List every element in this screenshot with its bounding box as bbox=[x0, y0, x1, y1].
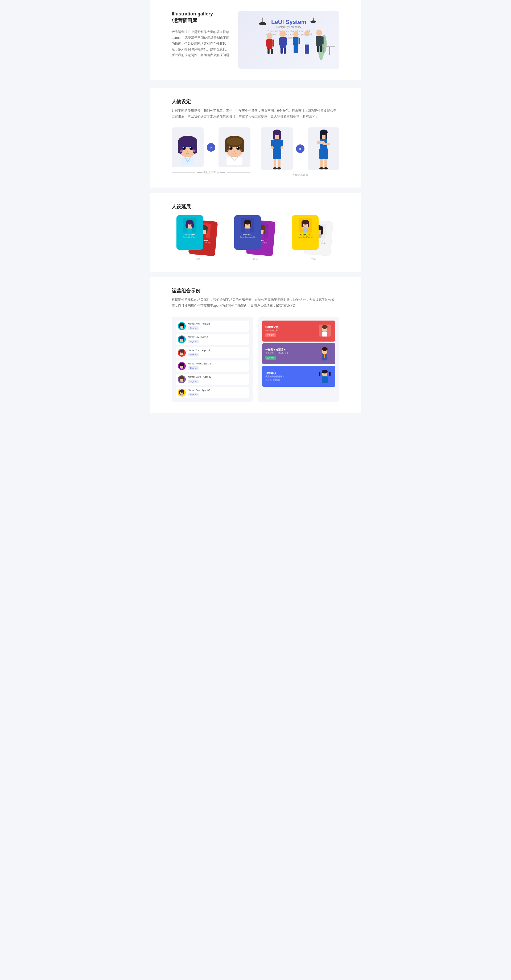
suit-title: 一键秒✦换正装✦ bbox=[265, 348, 288, 352]
svg-rect-17 bbox=[284, 48, 286, 54]
svg-rect-16 bbox=[280, 48, 283, 54]
boy-avatar bbox=[241, 218, 254, 232]
face-box-1 bbox=[172, 127, 204, 167]
svg-rect-151 bbox=[183, 391, 184, 394]
svg-point-64 bbox=[234, 151, 235, 152]
suit-figure bbox=[317, 346, 332, 361]
roy-face bbox=[178, 322, 186, 330]
body-arrow[interactable]: » bbox=[296, 145, 304, 153]
svg-point-76 bbox=[280, 146, 283, 149]
marketing-desc: 根据证件照规格的相关属性，我们绘制了相关的点缀元素，在制作不同场景插画时候，快速… bbox=[172, 297, 339, 309]
svg-rect-105 bbox=[187, 229, 193, 232]
svg-point-66 bbox=[238, 150, 242, 152]
suit-subtitle: 多套模板 | 一键匹配人像 bbox=[265, 352, 288, 355]
svg-rect-135 bbox=[183, 338, 184, 342]
svg-point-23 bbox=[304, 30, 310, 37]
svg-rect-127 bbox=[302, 229, 308, 232]
svg-rect-35 bbox=[329, 47, 330, 55]
illustration-svg bbox=[238, 11, 339, 69]
svg-rect-77 bbox=[273, 148, 281, 159]
ben-signin[interactable]: Sign in bbox=[188, 393, 199, 396]
svg-rect-34 bbox=[323, 46, 335, 47]
roy-name: Name: Roy | Age: 24 bbox=[188, 322, 247, 325]
svg-point-154 bbox=[322, 325, 328, 329]
svg-point-48 bbox=[190, 147, 191, 148]
roy-signin[interactable]: Sign in bbox=[188, 326, 199, 330]
svg-point-51 bbox=[191, 150, 196, 152]
svg-point-65 bbox=[227, 150, 231, 152]
face-arrow[interactable]: » bbox=[207, 143, 215, 152]
wedding-btn[interactable]: 立即制作 bbox=[265, 333, 276, 337]
body-svg-2 bbox=[310, 127, 337, 170]
avatar-lily bbox=[178, 336, 186, 344]
doris-name: Name: Doris | Age: 22 bbox=[188, 375, 247, 378]
face-demo: » bbox=[172, 127, 250, 177]
svg-point-28 bbox=[316, 30, 322, 36]
doris-signin[interactable]: Sign in bbox=[188, 380, 199, 383]
face-svg-1 bbox=[172, 129, 204, 166]
doris-face bbox=[178, 375, 186, 383]
svg-rect-78 bbox=[274, 159, 276, 169]
svg-rect-88 bbox=[323, 143, 330, 145]
tom-name: Name: Tom | Age: 12 bbox=[188, 349, 247, 352]
svg-rect-134 bbox=[179, 338, 180, 342]
lily-signin[interactable]: Sign in bbox=[188, 340, 199, 343]
avatar-doris bbox=[178, 375, 186, 383]
children-group: ID-PHOTO Name: Tom | Age: 12 bbox=[172, 215, 224, 261]
wedding-text: 结婚登记照 制作规格上线 立即制作 bbox=[265, 325, 279, 337]
avatar-roy bbox=[178, 322, 186, 330]
roy-info: Name: Roy | Age: 24 Sign in bbox=[188, 322, 247, 330]
svg-rect-22 bbox=[294, 45, 298, 53]
svg-point-161 bbox=[322, 370, 328, 374]
tom-signin[interactable]: Sign in bbox=[188, 353, 199, 356]
svg-point-57 bbox=[226, 138, 242, 145]
svg-point-63 bbox=[237, 147, 238, 148]
marketing-demos: Name: Roy | Age: 24 Sign in bbox=[172, 317, 339, 402]
svg-rect-85 bbox=[325, 132, 327, 140]
svg-rect-114 bbox=[250, 222, 251, 227]
char-desc: 针对不同的使用场景，我们分了儿童、青年、中年三个年龄段，男女不同共6个角色。形象… bbox=[172, 108, 339, 119]
lily-info: Name: Lily | Age: 8 Sign in bbox=[188, 336, 247, 343]
svg-rect-10 bbox=[267, 49, 270, 54]
svg-rect-20 bbox=[293, 38, 294, 44]
wedding-subtitle: 制作规格上线 bbox=[265, 329, 279, 332]
user-row-tom: Name: Tom | Age: 12 Sign in bbox=[176, 347, 249, 358]
svg-rect-138 bbox=[179, 351, 180, 354]
face-demo-label: —— 优化五官刻画 —— bbox=[172, 170, 250, 174]
banner-demos-box: 结婚登记照 制作规格上线 立即制作 一键秒✦换正装✦ 多 bbox=[258, 317, 339, 402]
svg-rect-27 bbox=[305, 45, 309, 54]
svg-rect-131 bbox=[183, 325, 184, 328]
body-demo-label: —— 人物动态延展 —— bbox=[261, 173, 339, 177]
svg-rect-9 bbox=[272, 39, 274, 46]
app-ui-demo-box: Name: Roy | Age: 24 Sign in bbox=[172, 317, 253, 402]
svg-point-6 bbox=[267, 33, 272, 39]
suit-btn[interactable]: 立即制作 bbox=[265, 356, 276, 360]
svg-rect-164 bbox=[322, 376, 328, 383]
svg-rect-130 bbox=[179, 325, 180, 328]
youth-label: —— 青年 —— bbox=[234, 257, 277, 261]
svg-rect-11 bbox=[271, 49, 273, 54]
svg-point-104 bbox=[191, 223, 194, 228]
svg-rect-125 bbox=[308, 222, 309, 227]
banner-suit: 一键秒✦换正装✦ 多套模板 | 一键匹配人像 立即制作 bbox=[262, 343, 335, 364]
face-box-2 bbox=[218, 127, 250, 167]
user-row-ben: Name: Ben | Age: 35 Sign in bbox=[176, 387, 249, 398]
gallery-title: Illustration gallery /运营插画库 bbox=[172, 11, 230, 24]
svg-rect-113 bbox=[244, 222, 245, 227]
svg-rect-143 bbox=[183, 364, 184, 368]
svg-rect-150 bbox=[179, 391, 180, 394]
svg-rect-146 bbox=[179, 378, 180, 382]
gallery-text: Illustration gallery /运营插画库 产品运营推广中需要制作大… bbox=[172, 11, 230, 58]
gallery-section: Illustration gallery /运营插画库 产品运营推广中需要制作大… bbox=[150, 0, 361, 80]
svg-point-92 bbox=[319, 167, 324, 169]
svg-rect-32 bbox=[317, 46, 319, 52]
svg-rect-139 bbox=[183, 351, 184, 354]
kelly-signin[interactable]: Sign in bbox=[188, 366, 199, 370]
kelly-info: Name: Kelly | Age: 32 Sign in bbox=[188, 362, 247, 370]
ben-info: Name: Ben | Age: 35 Sign in bbox=[188, 389, 247, 396]
svg-point-157 bbox=[322, 347, 328, 351]
wedding-figure bbox=[317, 323, 332, 339]
user-row-kelly: Name: Kelly | Age: 32 Sign in bbox=[176, 360, 249, 372]
marketing-section: 运营组合示例 根据证件照规格的相关属性，我们绘制了相关的点缀元素，在制作不同场景… bbox=[150, 277, 361, 413]
svg-point-49 bbox=[187, 151, 188, 152]
